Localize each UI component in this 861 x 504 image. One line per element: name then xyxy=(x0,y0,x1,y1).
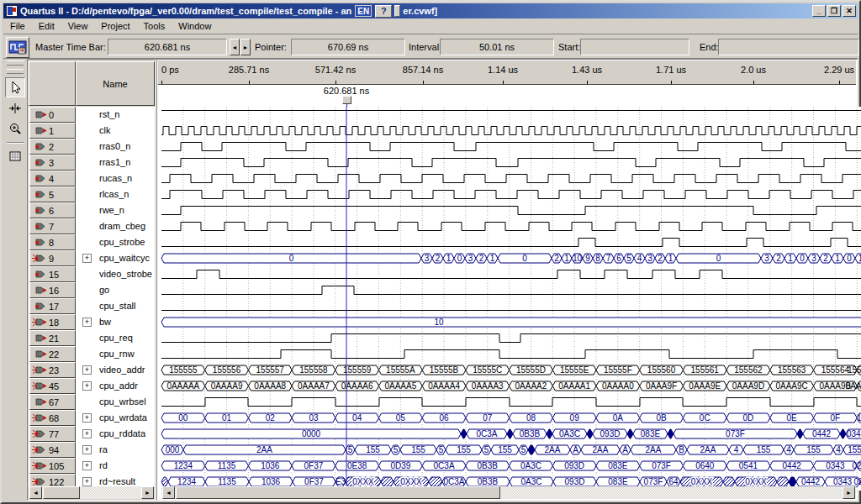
signal-row-cpu_req[interactable]: 21cpu_req xyxy=(29,330,155,346)
signal-row-cpu_wrbsel[interactable]: 67cpu_wrbsel xyxy=(29,394,155,410)
signal-name[interactable]: dram_cbeg xyxy=(99,221,145,231)
signal-row-cpu_rddata[interactable]: 77+cpu_rddata xyxy=(29,426,155,442)
menu-file[interactable]: File xyxy=(3,19,32,33)
selection-tool-button[interactable] xyxy=(5,77,25,97)
signal-row-video_strobe[interactable]: 15video_strobe xyxy=(29,266,155,282)
signal-row-rwe_n[interactable]: 6rwe_n xyxy=(29,202,155,218)
language-bar-grip[interactable] xyxy=(394,5,400,17)
signal-id-badge[interactable]: 94 xyxy=(29,442,76,458)
waveform-canvas[interactable]: 0321032102110987654321032103210110155555… xyxy=(158,107,861,491)
restore-button[interactable]: ❐ xyxy=(827,5,841,17)
wave-scroll-right-icon[interactable]: ► xyxy=(843,486,855,499)
master-time-bar-field[interactable]: 620.681 ns xyxy=(108,39,227,55)
menu-view[interactable]: View xyxy=(61,19,95,33)
signal-id-badge[interactable]: 9 xyxy=(29,250,76,266)
signal-id-badge[interactable]: 23 xyxy=(29,362,76,378)
waveform-edit-tool-button[interactable] xyxy=(5,98,25,118)
expand-plus-icon[interactable]: + xyxy=(82,477,92,486)
signal-name[interactable]: bw xyxy=(99,317,111,327)
signal-row-cpu_rnw[interactable]: 22cpu_rnw xyxy=(29,346,155,362)
signal-id-badge[interactable]: 67 xyxy=(29,394,76,410)
menu-edit[interactable]: Edit xyxy=(32,19,61,33)
signal-id-badge[interactable]: 7 xyxy=(29,218,76,234)
expand-plus-icon[interactable]: + xyxy=(82,318,92,327)
signal-name[interactable]: cpu_stall xyxy=(99,301,135,311)
signal-name[interactable]: ra xyxy=(99,444,108,454)
signal-name[interactable]: cpu_req xyxy=(99,333,133,343)
signal-id-badge[interactable]: 5 xyxy=(29,186,76,202)
signal-row-rras1_n[interactable]: 3rras1_n xyxy=(29,155,155,171)
signal-row-bw[interactable]: 18+bw xyxy=(29,314,155,330)
signal-row-dram_cbeg[interactable]: 7dram_cbeg xyxy=(29,218,155,234)
signal-name[interactable]: rucas_n xyxy=(99,173,132,183)
toolstrip-grip2[interactable] xyxy=(7,69,24,74)
name-panel-hscrollbar[interactable]: ◄ ► xyxy=(29,486,155,499)
signal-row-rd[interactable]: 105+rd xyxy=(29,458,155,474)
signal-row-go[interactable]: 16go xyxy=(29,282,155,298)
signal-name[interactable]: rlcas_n xyxy=(99,189,129,199)
wave-row-cpu_addr[interactable]: 0AAAAA0AAAA90AAAA80AAAA70AAAA60AAAA50AAA… xyxy=(161,381,861,391)
full-screen-tool-button[interactable] xyxy=(5,146,25,166)
minimize-button[interactable]: _ xyxy=(812,5,826,17)
expand-plus-icon[interactable]: + xyxy=(82,429,92,438)
signal-name[interactable]: clk xyxy=(99,125,110,135)
signal-id-badge[interactable]: 68 xyxy=(29,410,76,426)
signal-row-ra[interactable]: 94+ra xyxy=(29,442,155,458)
signal-id-badge[interactable]: 77 xyxy=(29,426,76,442)
end-field[interactable] xyxy=(718,39,859,55)
waveform-editor-icon[interactable] xyxy=(6,37,29,58)
close-button[interactable]: ✕ xyxy=(843,5,856,17)
language-help-button[interactable]: ? xyxy=(375,5,392,18)
scroll-left-icon[interactable]: ◄ xyxy=(29,486,42,499)
signal-name[interactable]: rd~result xyxy=(99,476,135,486)
signal-id-badge[interactable]: 2 xyxy=(29,139,76,155)
signal-row-rras0_n[interactable]: 2rras0_n xyxy=(29,139,155,155)
signal-name[interactable]: rras1_n xyxy=(99,157,130,167)
signal-name[interactable]: cpu_wrbsel xyxy=(99,396,146,407)
signal-row-cpu_stall[interactable]: 17cpu_stall xyxy=(29,298,155,314)
signal-id-badge[interactable]: 16 xyxy=(29,282,76,298)
signal-id-badge[interactable]: 1 xyxy=(29,123,76,139)
signal-row-cpu_wrdata[interactable]: 68+cpu_wrdata xyxy=(29,410,155,426)
time-bar-left-arrow[interactable]: ◄ xyxy=(230,39,240,55)
title-bar[interactable]: Quartus II - D:/d/pentevo/fpga/_ver0.00/… xyxy=(3,3,858,18)
signal-row-rucas_n[interactable]: 4rucas_n xyxy=(29,171,155,186)
signal-id-badge[interactable]: 3 xyxy=(29,155,76,171)
wave-row-cpu_waitcyc[interactable]: 03210321021109876543210321032101 xyxy=(161,254,861,263)
signal-id-badge[interactable]: 21 xyxy=(29,330,76,346)
signal-name[interactable]: cpu_waitcyc xyxy=(99,253,150,263)
signal-name[interactable]: cpu_strobe xyxy=(99,237,145,247)
signal-row-rlcas_n[interactable]: 5rlcas_n xyxy=(29,186,155,202)
signal-id-badge[interactable]: 105 xyxy=(29,458,76,474)
id-column-header[interactable] xyxy=(29,61,76,106)
signal-id-badge[interactable]: 22 xyxy=(29,346,76,362)
signal-id-badge[interactable]: 15 xyxy=(29,266,76,282)
wave-row-ra[interactable]: 0002AA515551555155515552AAA2AAA2AAB2AA41… xyxy=(161,445,861,454)
time-ruler[interactable]: 0 ps285.71 ns571.42 ns857.14 ns1.14 us1.… xyxy=(158,60,856,85)
menu-window[interactable]: Window xyxy=(172,19,218,33)
signal-row-cpu_strobe[interactable]: 8cpu_strobe xyxy=(29,234,155,250)
expand-plus-icon[interactable]: + xyxy=(82,461,92,470)
signal-row-cpu_addr[interactable]: 45+cpu_addr xyxy=(29,378,155,394)
wave-row-rd~result[interactable]: 1234113510360F37E30XXX0XXX0C3A0B3B0A3C09… xyxy=(161,477,861,486)
signal-id-badge[interactable]: 6 xyxy=(29,202,76,218)
toolstrip-grip[interactable] xyxy=(7,60,24,66)
zoom-tool-button[interactable] xyxy=(5,119,25,139)
signal-name[interactable]: cpu_rddata xyxy=(99,428,145,438)
signal-row-clk[interactable]: 1clk xyxy=(29,123,155,139)
signal-name[interactable]: rst_n xyxy=(99,109,119,119)
signal-row-cpu_waitcyc[interactable]: 9+cpu_waitcyc xyxy=(29,250,155,266)
signal-id-badge[interactable]: 17 xyxy=(29,298,76,314)
expand-plus-icon[interactable]: + xyxy=(82,445,92,454)
signal-name[interactable]: video_addr xyxy=(99,365,145,375)
master-time-bar-strip[interactable]: 620.681 ns xyxy=(158,85,856,107)
wave-hscrollbar[interactable]: ◄ ► xyxy=(161,486,856,499)
time-cursor-handle[interactable] xyxy=(342,96,351,104)
signal-name[interactable]: go xyxy=(99,285,109,295)
scroll-right-icon[interactable]: ► xyxy=(141,486,154,499)
signal-id-badge[interactable]: 4 xyxy=(29,171,76,186)
wave-scroll-left-icon[interactable]: ◄ xyxy=(162,486,175,499)
signal-name[interactable]: video_strobe xyxy=(99,269,152,279)
wave-row-cpu_wrdata[interactable]: 000102030405060708090A0B0C0D0E0F10 xyxy=(161,413,861,423)
signal-name[interactable]: rwe_n xyxy=(99,205,124,215)
